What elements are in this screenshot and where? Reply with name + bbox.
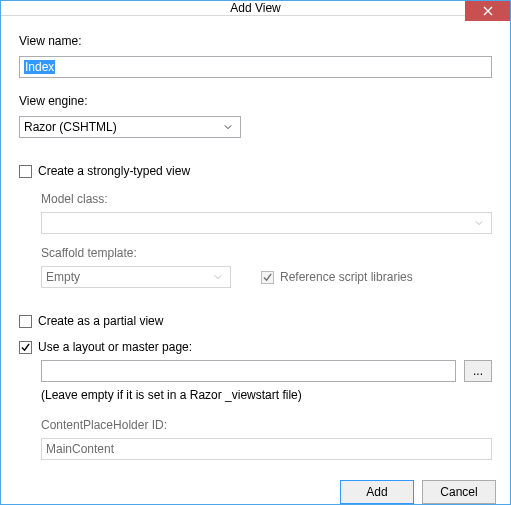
chevron-down-icon	[210, 274, 226, 280]
view-name-input[interactable]: Index	[19, 56, 492, 78]
strongly-typed-checkbox[interactable]	[19, 165, 32, 178]
view-engine-value: Razor (CSHTML)	[24, 120, 117, 134]
chevron-down-icon	[220, 124, 236, 130]
reference-scripts-checkbox	[261, 271, 274, 284]
reference-scripts-label: Reference script libraries	[280, 270, 413, 284]
add-view-dialog: Add View View name: Index View engine: R…	[0, 0, 511, 505]
view-name-label: View name:	[19, 34, 492, 48]
use-layout-row[interactable]: Use a layout or master page:	[19, 340, 492, 354]
dialog-title: Add View	[1, 1, 510, 15]
add-button[interactable]: Add	[340, 480, 414, 504]
view-name-value: Index	[24, 60, 55, 74]
layout-hint: (Leave empty if it is set in a Razor _vi…	[41, 388, 492, 402]
scaffold-select: Empty	[41, 266, 231, 288]
view-engine-select[interactable]: Razor (CSHTML)	[19, 116, 241, 138]
chevron-down-icon	[471, 220, 487, 226]
close-button[interactable]	[465, 1, 510, 21]
scaffold-value: Empty	[46, 270, 80, 284]
reference-scripts-row: Reference script libraries	[261, 270, 413, 284]
cancel-button[interactable]: Cancel	[422, 480, 496, 504]
close-icon	[483, 6, 493, 16]
layout-section: ... (Leave empty if it is set in a Razor…	[19, 360, 492, 460]
titlebar: Add View	[1, 1, 510, 16]
view-engine-label: View engine:	[19, 94, 492, 108]
use-layout-label: Use a layout or master page:	[38, 340, 192, 354]
partial-view-checkbox[interactable]	[19, 315, 32, 328]
layout-path-input[interactable]	[41, 360, 456, 382]
dialog-body: View name: Index View engine: Razor (CSH…	[1, 16, 510, 470]
placeholder-id-value: MainContent	[46, 442, 114, 456]
scaffold-label: Scaffold template:	[41, 246, 492, 260]
strongly-typed-row[interactable]: Create a strongly-typed view	[19, 164, 492, 178]
placeholder-id-input: MainContent	[41, 438, 492, 460]
browse-label: ...	[473, 364, 483, 378]
browse-button[interactable]: ...	[464, 360, 492, 382]
placeholder-id-label: ContentPlaceHolder ID:	[41, 418, 492, 432]
model-class-select	[41, 212, 492, 234]
use-layout-checkbox[interactable]	[19, 341, 32, 354]
dialog-footer: Add Cancel	[1, 470, 510, 505]
partial-view-label: Create as a partial view	[38, 314, 163, 328]
strongly-typed-label: Create a strongly-typed view	[38, 164, 190, 178]
partial-view-row[interactable]: Create as a partial view	[19, 314, 492, 328]
strongly-typed-section: Model class: Scaffold template: Empty Re…	[19, 184, 492, 288]
model-class-label: Model class:	[41, 192, 492, 206]
